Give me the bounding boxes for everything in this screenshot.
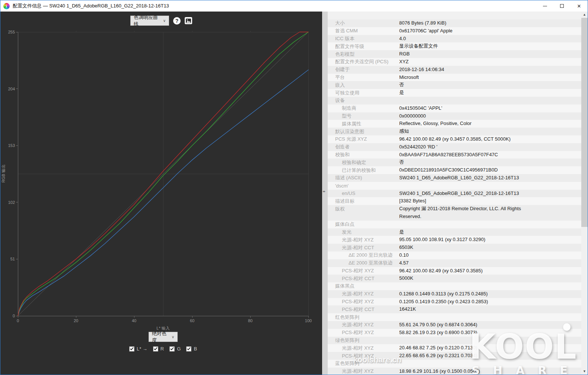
property-label: 蓝色矩阵列	[328, 360, 399, 367]
channel-checkbox-item[interactable]: B	[186, 346, 197, 352]
table-row[interactable]: 嵌入 否	[328, 81, 581, 89]
table-row[interactable]: en/US SW240 1_D65_AdobeRGB_L160_G22_2018…	[328, 190, 581, 198]
table-row[interactable]: ΔE 2000 至日光轨迹 0.10	[328, 251, 581, 259]
table-row[interactable]: 设备	[328, 97, 581, 105]
y-tick-label: 102	[8, 200, 15, 205]
table-row[interactable]: 光源-相对 XYZ 18.98 6.29 101.16 (xy 0.1500 0…	[328, 368, 581, 375]
table-row[interactable]: 创造者 0x52442020 'RD '	[328, 143, 581, 151]
table-row[interactable]: PCS-相对 CCT 16421K	[328, 305, 581, 313]
table-row[interactable]: 校验和确定 否	[328, 158, 581, 166]
table-row[interactable]: PCS 光源 XYZ 96.42 100.00 82.49 (xy 0.3457…	[328, 135, 581, 143]
minimize-button[interactable]	[536, 0, 553, 12]
table-row[interactable]: 蓝色矩阵列	[328, 360, 581, 368]
table-row[interactable]: PCS-相对 XYZ 96.42 100.00 82.49 (xy 0.3457…	[328, 267, 581, 275]
table-row[interactable]: 描述 (ASCII) SW240 1_D65_AdobeRGB_L160_G22…	[328, 174, 581, 182]
profile-info-window: { "window": { "title": "配置文件信息 — SW240 1…	[0, 0, 588, 375]
table-row[interactable]: 平台 Microsoft	[328, 74, 581, 81]
x-axis-title: L* 输入	[156, 326, 169, 330]
property-value: SW240 1_D65_AdobeRGB_L160_G22_2018-12-16…	[399, 174, 564, 182]
property-value: 0x00000000	[399, 112, 471, 120]
property-value: 0x6170706C 'appl' Apple	[399, 27, 497, 35]
table-row[interactable]: 默认渲染意图 感知	[328, 128, 581, 135]
table-row[interactable]: 绿色矩阵列	[328, 337, 581, 344]
channel-checkbox-item[interactable]: G	[169, 346, 181, 352]
channel-checkbox-item[interactable]: L* →	[129, 346, 147, 352]
table-row[interactable]: ΔE 2000 至黑体轨迹 4.57	[328, 259, 581, 267]
property-value: 6503K	[399, 244, 458, 251]
property-label: 描述 (ASCII)	[328, 174, 399, 181]
table-row[interactable]: 已计算的校验和 0xDBED01218910A5FC309C1C4956971B…	[328, 166, 581, 174]
channel-checkbox-item[interactable]: R	[153, 346, 164, 352]
table-row[interactable]: 光源-相对 XYZ 0.1268 0.1449 0.3113 (xy 0.217…	[328, 290, 581, 298]
property-label: ICC 版本	[328, 35, 399, 42]
table-row[interactable]: 色彩模型 RGB	[328, 50, 581, 58]
help-button[interactable]: ?	[173, 17, 181, 25]
scroll-up-button[interactable]: ▲	[581, 12, 588, 18]
table-row[interactable]: 发光 是	[328, 228, 581, 236]
property-value: Microsoft	[399, 74, 464, 81]
property-label: 默认渲染意图	[328, 128, 399, 135]
checkbox-checked-icon[interactable]	[129, 346, 134, 352]
scroll-down-button[interactable]: ▼	[581, 368, 588, 375]
x-tick-label: 80	[248, 318, 252, 323]
checkbox-checked-icon[interactable]	[153, 346, 158, 352]
table-row[interactable]: 配置文件等级 显示设备配置文件	[328, 42, 581, 50]
vertical-scrollbar[interactable]: ▲ ▼	[581, 12, 588, 375]
close-button[interactable]: ✕	[570, 0, 588, 12]
y-tick-label: 255	[8, 30, 15, 34]
table-row[interactable]: 光源-相对 CCT 6503K	[328, 244, 581, 251]
y-tick-label: 51	[10, 257, 15, 261]
table-row[interactable]: 媒体白点	[328, 221, 581, 228]
table-row[interactable]: 制造商 0x4150504C 'APPL'	[328, 105, 581, 112]
scrollbar-thumb[interactable]	[581, 18, 588, 227]
table-row[interactable]: PCS-相对 XYZ 22.65 68.65 6.29 (xy 0.2321 0…	[328, 352, 581, 360]
x-tick-label: 60	[190, 318, 194, 323]
property-label: 光源-相对 XYZ	[328, 321, 399, 328]
chevron-down-icon: ∨	[163, 19, 166, 23]
table-row[interactable]: PCS-相对 CCT 5000K	[328, 275, 581, 282]
maximize-button[interactable]	[553, 0, 570, 12]
table-row[interactable]: 可独立使用 是	[328, 89, 581, 97]
property-value: 16421K	[399, 305, 461, 313]
image-icon	[186, 19, 191, 23]
table-row[interactable]: ICC 版本 4.0	[328, 35, 581, 43]
property-label: 色彩模型	[328, 51, 399, 58]
table-row[interactable]: 光源-相对 XYZ 20.46 68.82 7.25 (xy 0.2120 0.…	[328, 344, 581, 352]
table-row[interactable]: 首选 CMM 0x6170706C 'appl' Apple	[328, 27, 581, 35]
property-label: 首选 CMM	[328, 28, 399, 34]
table-row[interactable]: 'dscm'	[328, 182, 581, 190]
property-value: 感知	[399, 128, 454, 135]
table-row[interactable]: 配置文件关连空间 (PCS) XYZ	[328, 58, 581, 66]
table-row[interactable]: 校验和 0xBAA9AF71AB6A9278EEB5730A5F07F47C	[328, 151, 581, 159]
table-row[interactable]: 媒体黑点	[328, 282, 581, 290]
property-label: 发光	[328, 229, 399, 235]
table-row[interactable]: 媒体属性 Reflective, Glossy, Positive, Color	[328, 120, 581, 128]
table-row[interactable]: 型号 0x00000000	[328, 112, 581, 120]
table-row[interactable]: 光源-相对 XYZ 55.61 24.79 0.50 (xy 0.6874 0.…	[328, 321, 581, 329]
property-label: en/US	[328, 190, 399, 196]
table-row[interactable]: PCS-相对 XYZ 0.1205 0.1419 0.2350 (xy 0.24…	[328, 298, 581, 306]
channel-checkbox-label: L* →	[137, 346, 147, 352]
property-value: 0xDBED01218910A5FC309C1C4956971B0D	[399, 166, 543, 174]
property-label: 光源-相对 CCT	[328, 244, 399, 251]
curve-type-select[interactable]: 色调响应曲线 ∨	[130, 16, 169, 26]
checkbox-checked-icon[interactable]	[169, 346, 175, 352]
save-plot-button[interactable]	[185, 17, 192, 24]
table-row[interactable]: 创建于 2018-12-16 14:06:34	[328, 66, 581, 74]
y-axis-title: RGB 输出	[1, 162, 6, 186]
table-row[interactable]: 描述目标 [3382 Bytes]	[328, 197, 581, 205]
table-row[interactable]: 红色矩阵列	[328, 313, 581, 321]
table-row[interactable]: PCS-相对 XYZ 58.82 26.19 0.23 (xy 0.6900 0…	[328, 329, 581, 337]
table-row[interactable]: 光源-相对 XYZ 95.05 100.00 108.91 (xy 0.3127…	[328, 236, 581, 244]
property-label: 可独立使用	[328, 90, 399, 96]
property-label: 光源-相对 XYZ	[328, 368, 399, 375]
chart-toolbar: 色调响应曲线 ∨ ?	[0, 16, 322, 26]
x-tick-label: 20	[74, 318, 78, 323]
table-row[interactable]: 版权 Copyright 漏 2011-2018 Remote Director…	[328, 205, 581, 221]
checkbox-checked-icon[interactable]	[186, 346, 191, 352]
property-label: ΔE 2000 至黑体轨迹	[328, 260, 399, 266]
table-row[interactable]: 大小 8076 Bytes (7.89 KiB)	[328, 19, 581, 27]
panel-splitter[interactable]: ◂▸	[322, 12, 328, 375]
titlebar[interactable]: 配置文件信息 — SW240 1_D65_AdobeRGB_L160_G22_2…	[0, 0, 588, 12]
rendering-intent-select[interactable]: 绝对色度 ∨	[149, 332, 178, 342]
